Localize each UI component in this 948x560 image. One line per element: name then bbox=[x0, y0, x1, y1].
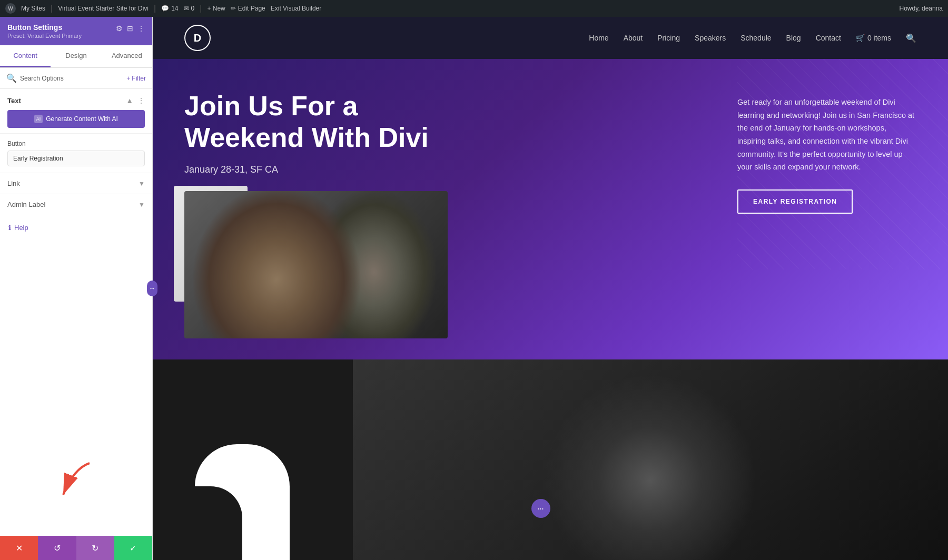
hero-section: Join Us For a Weekend With Divi January … bbox=[153, 59, 948, 359]
search-input[interactable] bbox=[20, 75, 123, 82]
nav-blog[interactable]: Blog bbox=[786, 34, 801, 42]
collapse-icon[interactable]: ▲ bbox=[126, 96, 133, 105]
admin-label-chevron-icon: ▼ bbox=[139, 201, 145, 208]
arrow-annotation bbox=[53, 458, 100, 507]
nav-cart[interactable]: 🛒 0 items bbox=[856, 34, 891, 42]
tab-design[interactable]: Design bbox=[51, 45, 101, 67]
left-panel: Button Settings Preset: Virtual Event Pr… bbox=[0, 17, 153, 560]
button-field-label: Button bbox=[7, 140, 145, 147]
redo-button[interactable]: ↻ bbox=[76, 536, 114, 560]
site-logo: D bbox=[184, 25, 211, 51]
save-button[interactable]: ✓ bbox=[114, 536, 152, 560]
pending-comments-link[interactable]: ✉ 0 bbox=[184, 5, 195, 12]
comments-link[interactable]: 💬 14 bbox=[161, 5, 178, 12]
purple-dot-button[interactable] bbox=[531, 499, 550, 518]
lower-right-area bbox=[353, 359, 948, 560]
site-navigation: D Home About Pricing Speakers Schedule B… bbox=[153, 17, 948, 59]
admin-bar: W My Sites | Virtual Event Starter Site … bbox=[0, 0, 948, 17]
nav-contact[interactable]: Contact bbox=[816, 34, 841, 42]
panel-header: Button Settings Preset: Virtual Event Pr… bbox=[0, 17, 152, 45]
nav-schedule[interactable]: Schedule bbox=[740, 34, 771, 42]
panel-bottom-toolbar: ✕ ↺ ↻ ✓ bbox=[0, 536, 152, 560]
nav-pricing[interactable]: Pricing bbox=[657, 34, 680, 42]
early-registration-button[interactable]: EARLY REGISTRATION bbox=[737, 189, 853, 214]
hero-right: Get ready for an unforgettable weekend o… bbox=[716, 91, 916, 214]
cancel-button[interactable]: ✕ bbox=[0, 536, 38, 560]
filter-icon: + bbox=[126, 75, 130, 82]
link-chevron-icon: ▼ bbox=[139, 180, 145, 187]
resize-handle[interactable]: ↔ bbox=[147, 281, 157, 296]
admin-label-title: Admin Label bbox=[7, 201, 45, 208]
website-preview: D Home About Pricing Speakers Schedule B… bbox=[153, 17, 948, 560]
settings-icon[interactable]: ⚙ bbox=[116, 24, 123, 33]
text-section-title: Text bbox=[7, 97, 21, 105]
text-more-icon[interactable]: ⋮ bbox=[137, 96, 145, 105]
link-section[interactable]: Link ▼ bbox=[0, 173, 152, 194]
howdy-text: Howdy, deanna bbox=[900, 5, 943, 12]
filter-button[interactable]: + Filter bbox=[126, 75, 146, 82]
columns-icon[interactable]: ⊟ bbox=[127, 24, 133, 33]
lower-section bbox=[153, 359, 948, 560]
admin-label-section[interactable]: Admin Label ▼ bbox=[0, 194, 152, 215]
tab-content[interactable]: Content bbox=[0, 45, 51, 67]
link-title: Link bbox=[7, 179, 20, 187]
nav-links: Home About Pricing Speakers Schedule Blo… bbox=[589, 33, 916, 43]
search-area: 🔍 + Filter bbox=[0, 68, 152, 89]
tab-advanced[interactable]: Advanced bbox=[102, 45, 152, 67]
help-section[interactable]: ℹ Help bbox=[0, 215, 152, 240]
text-section: Text ▲ ⋮ AI Generate Content With AI bbox=[0, 89, 152, 134]
nav-home[interactable]: Home bbox=[589, 34, 608, 42]
my-sites-link[interactable]: My Sites bbox=[21, 5, 45, 12]
preset-label: Preset: Virtual Event Primary bbox=[7, 33, 82, 39]
admin-bar-left: W My Sites | Virtual Event Starter Site … bbox=[5, 3, 893, 14]
wp-logo: W bbox=[5, 3, 16, 14]
more-icon[interactable]: ⋮ bbox=[137, 24, 145, 33]
undo-button[interactable]: ↺ bbox=[38, 536, 76, 560]
exit-builder-link[interactable]: Exit Visual Builder bbox=[271, 5, 322, 12]
button-section: Button bbox=[0, 134, 152, 173]
hero-image-main bbox=[184, 191, 448, 338]
hero-title: Join Us For a Weekend With Divi bbox=[184, 91, 448, 154]
search-icon: 🔍 bbox=[6, 73, 17, 83]
main-layout: Button Settings Preset: Virtual Event Pr… bbox=[0, 17, 948, 560]
nav-speakers[interactable]: Speakers bbox=[695, 34, 726, 42]
hero-description: Get ready for an unforgettable weekend o… bbox=[737, 96, 916, 174]
help-icon: ℹ bbox=[8, 224, 11, 232]
edit-page-link[interactable]: ✏ Edit Page bbox=[231, 5, 265, 12]
ai-icon: AI bbox=[34, 115, 43, 123]
site-name-link[interactable]: Virtual Event Starter Site for Divi bbox=[58, 5, 149, 12]
lower-image bbox=[353, 359, 948, 560]
hero-image-area bbox=[184, 191, 448, 338]
panel-title: Button Settings bbox=[7, 23, 82, 32]
hero-date: January 28-31, SF CA bbox=[184, 164, 448, 175]
lower-left-area bbox=[153, 359, 353, 560]
generate-content-button[interactable]: AI Generate Content With AI bbox=[7, 110, 145, 128]
help-label: Help bbox=[14, 224, 28, 232]
cart-count: 0 items bbox=[867, 34, 891, 42]
button-text-input[interactable] bbox=[7, 151, 145, 166]
cart-icon: 🛒 bbox=[856, 34, 865, 42]
search-icon[interactable]: 🔍 bbox=[906, 33, 916, 43]
panel-tabs: Content Design Advanced bbox=[0, 45, 152, 68]
new-link[interactable]: + New bbox=[207, 5, 225, 12]
nav-about[interactable]: About bbox=[624, 34, 643, 42]
